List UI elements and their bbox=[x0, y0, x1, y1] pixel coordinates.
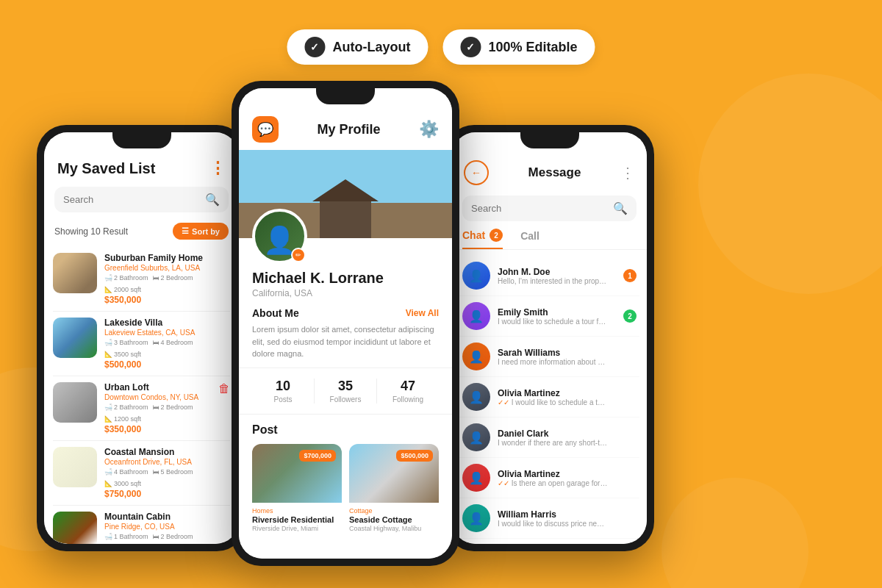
post-section: Post $700,000 Homes Riverside Residentia… bbox=[239, 415, 452, 545]
property-item-0[interactable]: Suburban Family Home Greenfield Suburbs,… bbox=[53, 247, 230, 312]
auto-layout-badge: ✓ Auto-Layout bbox=[287, 29, 428, 65]
prop-name-4: Mountain Cabin bbox=[104, 512, 230, 522]
prop-details-2: 🛁 2 Bathroom 🛏 2 Bedroom 📐 1200 sqft bbox=[104, 404, 211, 423]
prop-price-2: $350,000 bbox=[104, 424, 211, 434]
chat-name-0: John M. Doe bbox=[498, 267, 616, 277]
prop-sqft-3: 📐 3000 sqft bbox=[104, 480, 141, 487]
chat-preview-6: I would like to discuss price negotiatio… bbox=[498, 520, 608, 528]
chat-item-1[interactable]: 👤 Emily Smith I would like to schedule a… bbox=[459, 296, 639, 337]
prop-action-2[interactable]: 🗑 bbox=[218, 382, 230, 395]
post-card-1[interactable]: $500,000 Cottage Seaside Cottage Coastal… bbox=[349, 444, 439, 537]
prop-bath-3: 🛁 4 Bathroom bbox=[104, 468, 148, 476]
results-count: Showing 10 Result bbox=[54, 226, 128, 237]
chat-item-0[interactable]: 👤 John M. Doe Hello, I'm interested in t… bbox=[459, 256, 639, 296]
prop-price-3: $750,000 bbox=[104, 489, 230, 499]
stat-followers-label: Followers bbox=[315, 395, 376, 404]
stat-posts-number: 10 bbox=[252, 379, 314, 394]
back-button[interactable]: ← bbox=[464, 160, 489, 185]
filter-icon: ☰ bbox=[182, 226, 189, 236]
stat-followers: 35 Followers bbox=[315, 379, 376, 404]
chat-avatar-2: 👤 bbox=[462, 343, 490, 370]
chat-name-5: Olivia Martinez bbox=[498, 469, 637, 479]
message-icon[interactable]: 💬 bbox=[252, 116, 279, 143]
settings-icon[interactable]: ⚙️ bbox=[419, 120, 439, 139]
chat-avatar-3: 👤 bbox=[462, 383, 490, 411]
post-card-subtitle-1: Coastal Highway, Malibu bbox=[349, 525, 439, 532]
saved-list-screen: My Saved List ⋮ 🔍 Showing 10 Result ☰ So… bbox=[44, 132, 239, 544]
property-item-2[interactable]: Urban Loft Downtown Condos, NY, USA 🛁 2 … bbox=[53, 376, 230, 441]
post-price-badge-1: $500,000 bbox=[396, 450, 433, 462]
chat-info-2: Sarah Williams I need more information a… bbox=[498, 348, 637, 366]
chat-info-6: William Harris I would like to discuss p… bbox=[498, 509, 637, 528]
chat-name-6: William Harris bbox=[498, 509, 637, 520]
delete-icon-2[interactable]: 🗑 bbox=[218, 382, 230, 395]
prop-sqft-2: 📐 1200 sqft bbox=[104, 415, 141, 423]
message-search-icon: 🔍 bbox=[613, 201, 628, 215]
chat-avatar-6: 👤 bbox=[462, 504, 490, 532]
prop-info-4: Mountain Cabin Pine Ridge, CO, USA 🛁 1 B… bbox=[104, 512, 230, 544]
avatar-edit-button[interactable]: ✏ bbox=[291, 248, 306, 262]
message-search-bar[interactable]: 🔍 bbox=[462, 196, 637, 221]
chat-item-3[interactable]: 👤 Olivia Martinez ✓✓ I would like to sch… bbox=[459, 377, 639, 417]
phone-message: ← Message ⋮ 🔍 Chat 2 Call bbox=[445, 125, 654, 551]
stat-following-number: 47 bbox=[377, 379, 439, 394]
prop-info-0: Suburban Family Home Greenfield Suburbs,… bbox=[104, 253, 230, 305]
chat-avatar-5: 👤 bbox=[462, 464, 490, 492]
top-badges-container: ✓ Auto-Layout ✓ 100% Editable bbox=[287, 29, 595, 65]
post-card-0[interactable]: $700,000 Homes Riverside Residential Riv… bbox=[252, 444, 342, 537]
tab-chat[interactable]: Chat 2 bbox=[462, 229, 503, 249]
prop-location-0: Greenfield Suburbs, LA, USA bbox=[104, 264, 230, 272]
message-menu-icon[interactable]: ⋮ bbox=[620, 164, 635, 182]
post-section-title: Post bbox=[252, 423, 439, 437]
prop-details-4: 🛁 1 Bathroom 🛏 2 Bedroom 📐 1000 sqft bbox=[104, 533, 230, 544]
profile-name-section: Michael K. Lorrane California, USA bbox=[239, 264, 452, 298]
chat-preview-5: ✓✓ Is there an open garage for two cars … bbox=[498, 479, 608, 487]
post-card-title-0: Riverside Residential bbox=[252, 515, 342, 524]
phone-profile: 💬 My Profile ⚙️ 👤 ✏ Michael K. Lorrane C… bbox=[232, 81, 459, 566]
property-item-3[interactable]: Coastal Mansion Oceanfront Drive, FL, US… bbox=[53, 441, 230, 506]
sort-label: Sort by bbox=[192, 227, 220, 236]
chat-item-6[interactable]: 👤 William Harris I would like to discuss… bbox=[459, 498, 639, 539]
chat-avatar-0: 👤 bbox=[462, 262, 490, 290]
prop-bed-4: 🛏 2 Bedroom bbox=[153, 533, 193, 540]
post-card-img-1: $500,000 bbox=[349, 444, 439, 503]
chat-preview-3: ✓✓ I would like to schedule a tour for S… bbox=[498, 398, 608, 406]
prop-location-1: Lakeview Estates, CA, USA bbox=[104, 329, 230, 337]
double-check-icon-5: ✓✓ bbox=[498, 479, 509, 487]
chat-item-5[interactable]: 👤 Olivia Martinez ✓✓ Is there an open ga… bbox=[459, 458, 639, 498]
about-label: About Me bbox=[252, 307, 299, 319]
saved-list-title: My Saved List bbox=[57, 160, 155, 177]
property-item-1[interactable]: Lakeside Villa Lakeview Estates, CA, USA… bbox=[53, 312, 230, 376]
saved-list-search-input[interactable] bbox=[63, 194, 199, 205]
profile-screen-title: My Profile bbox=[317, 122, 380, 137]
about-row: About Me View All bbox=[252, 307, 439, 319]
chat-item-4[interactable]: 👤 Daniel Clark I wonder if there are any… bbox=[459, 417, 639, 458]
message-search-input[interactable] bbox=[471, 203, 607, 214]
chat-avatar-4: 👤 bbox=[462, 423, 490, 451]
chat-badge-0: 1 bbox=[623, 269, 637, 282]
prop-name-1: Lakeside Villa bbox=[104, 318, 230, 328]
chat-name-1: Emily Smith bbox=[498, 307, 616, 318]
prop-location-4: Pine Ridge, CO, USA bbox=[104, 523, 230, 531]
saved-list-menu-icon[interactable]: ⋮ bbox=[209, 159, 226, 178]
property-thumb-3 bbox=[53, 447, 97, 487]
prop-price-1: $500,000 bbox=[104, 359, 230, 370]
phones-container: My Saved List ⋮ 🔍 Showing 10 Result ☰ So… bbox=[37, 81, 845, 566]
prop-bed-0: 🛏 2 Bedroom bbox=[153, 274, 193, 282]
property-thumb-2 bbox=[53, 382, 97, 423]
chat-item-2[interactable]: 👤 Sarah Williams I need more information… bbox=[459, 337, 639, 377]
property-item-4[interactable]: Mountain Cabin Pine Ridge, CO, USA 🛁 1 B… bbox=[53, 506, 230, 544]
sort-button[interactable]: ☰ Sort by bbox=[173, 223, 229, 240]
tab-call[interactable]: Call bbox=[520, 229, 539, 249]
about-text: Lorem ipsum dolor sit amet, consectetur … bbox=[252, 323, 439, 360]
prop-bath-1: 🛁 3 Bathroom bbox=[104, 339, 148, 346]
view-all-link[interactable]: View All bbox=[406, 308, 439, 318]
prop-bed-3: 🛏 5 Bedroom bbox=[153, 468, 193, 476]
property-list: Suburban Family Home Greenfield Suburbs,… bbox=[44, 247, 239, 544]
prop-details-3: 🛁 4 Bathroom 🛏 5 Bedroom 📐 3000 sqft bbox=[104, 468, 230, 487]
prop-location-2: Downtown Condos, NY, USA bbox=[104, 393, 211, 401]
tab-call-label: Call bbox=[520, 230, 539, 242]
prop-info-3: Coastal Mansion Oceanfront Drive, FL, US… bbox=[104, 447, 230, 499]
saved-list-search-bar[interactable]: 🔍 bbox=[54, 187, 229, 212]
chat-info-0: John M. Doe Hello, I'm interested in the… bbox=[498, 267, 616, 285]
